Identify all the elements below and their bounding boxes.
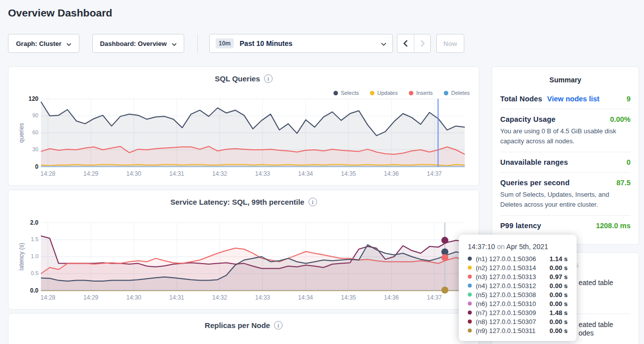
- info-icon[interactable]: i: [309, 198, 317, 206]
- tooltip-timestamp: 14:37:10 on Apr 5th, 2021: [468, 243, 568, 251]
- series-color-dot: [468, 275, 472, 279]
- replicas-per-node-chart-panel: Replicas per Node i: [8, 313, 479, 344]
- summary-row-head: Total NodesView nodes list9: [500, 95, 631, 103]
- tooltip-row: (n8) 127.0.0.1:503070.00 s: [468, 317, 568, 326]
- y-axis-tick: 1.5: [15, 236, 38, 242]
- sql-queries-plot[interactable]: [41, 99, 465, 167]
- service-latency-chart-panel: Service Latency: SQL, 99th percentile i …: [8, 190, 479, 310]
- tooltip-node-address: (n9) 127.0.0.1:50311: [476, 327, 536, 335]
- legend-dot: [444, 91, 448, 95]
- summary-panel: Summary Total NodesView nodes list9Capac…: [492, 66, 639, 245]
- time-prev-button[interactable]: [397, 34, 414, 52]
- chevron-left-icon: [403, 40, 408, 47]
- tooltip-rows: (n1) 127.0.0.1:503061.14 s(n2) 127.0.0.1…: [468, 254, 568, 335]
- summary-row: Unavailable ranges0: [500, 152, 631, 172]
- tooltip-row: (n1) 127.0.0.1:503061.14 s: [468, 254, 568, 263]
- summary-row: Queries per second87.5Sum of Selects, Up…: [500, 172, 631, 215]
- chevron-down-icon: [172, 40, 177, 47]
- x-axis-tick: 14:34: [295, 170, 317, 177]
- graph-dropdown-label: Graph: Cluster: [16, 40, 61, 47]
- summary-label: Total Nodes: [500, 95, 542, 103]
- legend-item-deletes[interactable]: Deletes: [444, 90, 470, 96]
- x-axis-tick: 14:31: [166, 170, 188, 177]
- summary-description: Sum of Selects, Updates, Inserts, and De…: [500, 190, 631, 209]
- x-axis-tick: 14:31: [166, 294, 188, 301]
- tooltip-node-value: 1.14 s: [550, 255, 568, 263]
- legend-dot: [333, 91, 338, 95]
- summary-value: 0.00%: [610, 115, 631, 123]
- x-axis-tick: 14:30: [123, 170, 145, 177]
- series-color-dot: [468, 320, 472, 324]
- summary-row: Capacity Usage0.00%You are using 0 B of …: [500, 109, 631, 152]
- tooltip-node-address: (n5) 127.0.0.1:50308: [476, 291, 536, 299]
- tooltip-node-value: 0.00 s: [550, 291, 568, 299]
- tooltip-node-value: 0.00 s: [550, 282, 568, 290]
- x-axis-tick: 14:32: [209, 294, 231, 301]
- chart-header: Replicas per Node i: [8, 321, 479, 330]
- chevron-down-icon: [66, 40, 71, 47]
- legend-label: Inserts: [416, 90, 433, 96]
- tooltip-node-value: 0.00 s: [550, 264, 568, 272]
- tooltip-time: 14:37:10: [468, 243, 495, 251]
- series-color-dot: [468, 329, 472, 333]
- x-axis-tick: 14:32: [209, 170, 231, 177]
- summary-label: Unavailable ranges: [500, 158, 568, 166]
- service-latency-plot[interactable]: [41, 223, 465, 291]
- tooltip-node-address: (n4) 127.0.0.1:50312: [476, 282, 536, 290]
- event-row-fragment: eated table: [579, 279, 613, 287]
- x-axis-tick: 14:33: [252, 294, 274, 301]
- chart-legend: SelectsUpdatesInsertsDeletes: [333, 90, 470, 96]
- summary-row: Total NodesView nodes list9: [500, 89, 631, 109]
- x-axis-tick: 14:37: [423, 170, 445, 177]
- x-axis-tick: 14:28: [37, 170, 59, 177]
- tooltip-node-value: 0.00 s: [550, 300, 568, 308]
- summary-value: 0: [627, 158, 631, 166]
- series-color-dot: [468, 257, 472, 261]
- info-icon[interactable]: i: [274, 321, 283, 330]
- x-axis-tick: 14:37: [423, 294, 445, 301]
- legend-label: Updates: [377, 90, 398, 96]
- series-color-dot: [468, 311, 472, 315]
- event-row-fragment: eated table: [579, 321, 613, 329]
- x-axis-tick: 14:29: [80, 170, 102, 177]
- tooltip-node-value: 0.97 s: [550, 273, 568, 281]
- chart-title: Replicas per Node: [205, 321, 270, 330]
- tooltip-row: (n7) 127.0.0.1:503091.48 s: [468, 308, 568, 317]
- summary-rows: Total NodesView nodes list9Capacity Usag…: [500, 89, 631, 236]
- summary-label: Capacity Usage: [500, 115, 556, 123]
- legend-item-updates[interactable]: Updates: [370, 90, 398, 96]
- view-nodes-list-link[interactable]: View nodes list: [547, 95, 600, 103]
- series-color-dot: [468, 302, 472, 306]
- chevron-down-icon: [381, 40, 386, 47]
- dashboard-dropdown[interactable]: Dashboard: Overview: [92, 34, 184, 53]
- now-button[interactable]: Now: [436, 34, 464, 53]
- time-range-dropdown[interactable]: 10m Past 10 Minutes: [209, 34, 393, 53]
- graph-dropdown[interactable]: Graph: Cluster: [8, 34, 79, 53]
- chart-header: SQL Queries i: [8, 74, 479, 83]
- legend-dot: [409, 91, 413, 95]
- y-axis-tick: 60: [15, 129, 38, 135]
- legend-label: Deletes: [451, 90, 470, 96]
- tooltip-node-address: (n8) 127.0.0.1:50307: [476, 318, 536, 326]
- summary-row: P99 latency1208.0 ms: [500, 215, 631, 236]
- x-axis-tick: 14:35: [337, 170, 359, 177]
- info-icon[interactable]: i: [264, 74, 273, 83]
- page-title: Overview Dashboard: [8, 7, 112, 19]
- legend-label: Selects: [341, 90, 359, 96]
- legend-item-inserts[interactable]: Inserts: [409, 90, 433, 96]
- time-nav-group: [397, 34, 431, 53]
- y-axis-tick: 1.0: [15, 253, 38, 259]
- tooltip-date: Apr 5th, 2021: [506, 243, 548, 251]
- tooltip-node-address: (n1) 127.0.0.1:50306: [476, 255, 536, 263]
- time-next-button[interactable]: [414, 34, 430, 52]
- legend-item-selects[interactable]: Selects: [333, 90, 359, 96]
- tooltip-row: (n4) 127.0.0.1:503120.00 s: [468, 281, 568, 290]
- tooltip-row: (n2) 127.0.0.1:503140.00 s: [468, 263, 568, 272]
- summary-title: Summary: [500, 67, 631, 89]
- series-color-dot: [468, 284, 472, 288]
- tooltip-row: (n5) 127.0.0.1:503080.00 s: [468, 290, 568, 299]
- summary-row-head: Capacity Usage0.00%: [500, 115, 631, 123]
- tooltip-node-address: (n7) 127.0.0.1:50309: [476, 309, 536, 317]
- x-axis-tick: 14:29: [80, 294, 102, 301]
- x-axis-tick: 14:34: [295, 294, 317, 301]
